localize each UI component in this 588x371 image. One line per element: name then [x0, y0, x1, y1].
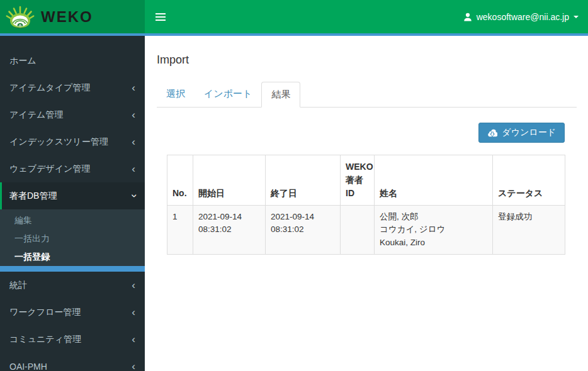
chevron-left-icon: ‹ [132, 280, 135, 291]
brand-logo[interactable]: WEKO [0, 0, 145, 33]
sidebar-item-indextree-management[interactable]: インデックスツリー管理 ‹ [0, 128, 145, 155]
cloud-download-icon [487, 128, 497, 137]
table-row: 1 2021-09-14 08:31:02 2021-09-14 08:31:0… [167, 206, 565, 255]
sidebar-item-item-management[interactable]: アイテム管理 ‹ [0, 101, 145, 128]
user-icon [463, 13, 472, 21]
chevron-left-icon: ‹ [132, 361, 135, 371]
brand-name: WEKO [41, 8, 93, 26]
page-title: Import [157, 53, 577, 67]
authordb-submenu: 編集 一括出力 一括登録 [0, 209, 145, 266]
sidebar-item-webdesign-management[interactable]: ウェブデザイン管理 ‹ [0, 155, 145, 182]
active-submenu-indicator [0, 266, 145, 272]
col-header-no: No. [167, 155, 193, 206]
col-header-weko-author-id: WEKO 著者 ID [341, 155, 375, 206]
toolbar: ダウンロード [167, 123, 565, 143]
app-window: WEKO wekosoftware@nii.ac.jp ホーム アイテム [0, 0, 588, 371]
chevron-left-icon: ‹ [132, 109, 135, 120]
tab-result[interactable]: 結果 [261, 82, 300, 107]
tab-import[interactable]: インポート [195, 82, 261, 107]
table-header-row: No. 開始日 終了日 WEKO 著者 ID 姓名 ステータス [167, 155, 565, 206]
sidebar-item-statistics[interactable]: 統計 ‹ [0, 272, 145, 299]
chevron-left-icon: ‹ [132, 334, 135, 345]
cell-start-date: 2021-09-14 08:31:02 [193, 206, 266, 255]
user-menu[interactable]: wekosoftware@nii.ac.jp [463, 12, 579, 22]
top-navbar: wekosoftware@nii.ac.jp [145, 0, 588, 33]
sidebar-item-authordb-management[interactable]: 著者DB管理 ‹ [0, 182, 145, 209]
import-results-table: No. 開始日 終了日 WEKO 著者 ID 姓名 ステータス [167, 155, 565, 255]
submenu-item-bulk-register[interactable]: 一括登録 [0, 248, 145, 266]
sidebar-item-workflow-management[interactable]: ワークフロー管理 ‹ [0, 299, 145, 326]
tab-select[interactable]: 選択 [157, 82, 195, 107]
submenu-item-bulk-export[interactable]: 一括出力 [0, 230, 145, 248]
sidebar: ホーム アイテムタイプ管理 ‹ アイテム管理 ‹ インデックスツリー管理 ‹ ウ… [0, 36, 145, 371]
chevron-left-icon: ‹ [132, 136, 135, 147]
download-button[interactable]: ダウンロード [478, 123, 565, 143]
main-content: Import 選択 インポート 結果 [145, 36, 588, 371]
user-email: wekosoftware@nii.ac.jp [477, 12, 569, 22]
chevron-left-icon: ‹ [132, 82, 135, 93]
col-header-status: ステータス [493, 155, 565, 206]
col-header-end-date: 終了日 [266, 155, 341, 206]
cell-no: 1 [167, 206, 193, 255]
chevron-left-icon: ‹ [132, 163, 135, 174]
caret-down-icon [574, 16, 579, 18]
submenu-item-edit[interactable]: 編集 [0, 211, 145, 230]
sidebar-item-itemtype-management[interactable]: アイテムタイプ管理 ‹ [0, 74, 145, 101]
sidebar-toggle-button[interactable] [154, 9, 167, 25]
col-header-start-date: 開始日 [193, 155, 266, 206]
weko-mascot-icon [6, 4, 35, 30]
chevron-left-icon: ‹ [132, 307, 135, 318]
col-header-name: 姓名 [375, 155, 493, 206]
sidebar-item-oai-pmh[interactable]: OAI-PMH ‹ [0, 353, 145, 371]
result-tab-panel: ダウンロード No. 開始日 終了日 WEKO [167, 123, 565, 255]
top-header: WEKO wekosoftware@nii.ac.jp [0, 0, 588, 36]
cell-weko-author-id [341, 206, 375, 255]
cell-status: 登録成功 [493, 206, 565, 255]
chevron-down-icon: ‹ [128, 194, 139, 198]
sidebar-item-home[interactable]: ホーム [0, 47, 145, 74]
sidebar-item-community-management[interactable]: コミュニティ管理 ‹ [0, 326, 145, 353]
import-tabs: 選択 インポート 結果 [157, 82, 577, 108]
cell-name: 公開, 次郎 コウカイ, ジロウ Koukai, Ziro [375, 206, 493, 255]
cell-end-date: 2021-09-14 08:31:02 [266, 206, 341, 255]
